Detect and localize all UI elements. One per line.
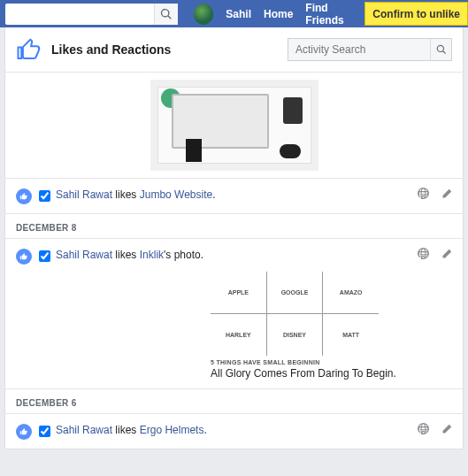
activity-search: [288, 38, 452, 61]
target-link[interactable]: Jumbo Website: [140, 188, 212, 201]
entry-text: Sahil Rawat likes Jumbo Website.: [56, 188, 216, 202]
like-icon: [16, 249, 32, 265]
nav-username[interactable]: Sahil: [226, 8, 251, 20]
search-input[interactable]: [5, 7, 154, 20]
nav-home[interactable]: Home: [264, 8, 293, 20]
entry-checkbox[interactable]: [39, 250, 50, 262]
activity-search-input[interactable]: [288, 43, 430, 56]
grid-label: APPLE: [211, 272, 266, 313]
grid-label: AMAZO: [323, 272, 379, 313]
grid-label: GOOGLE: [267, 272, 323, 313]
grid-label: MATT: [323, 314, 379, 356]
search-icon: [436, 44, 447, 55]
edit-icon[interactable]: [441, 188, 452, 202]
entry-checkbox[interactable]: [39, 190, 50, 202]
like-icon: [16, 424, 32, 440]
entry-text: Sahil Rawat likes Ergo Helmets.: [56, 423, 207, 437]
globe-icon[interactable]: [418, 188, 429, 202]
activity-search-button[interactable]: [430, 39, 451, 60]
top-nav-bar: Sahil Home Find Friends Confirm to unlik…: [0, 0, 468, 27]
confirm-unlike-button[interactable]: Confirm to unlike: [364, 2, 468, 26]
caption-main: All Glory Comes From Daring To Begin.: [211, 367, 396, 380]
user-link[interactable]: Sahil Rawat: [56, 424, 112, 436]
entry-checkbox[interactable]: [39, 426, 50, 437]
thumbs-up-icon: [16, 36, 42, 63]
like-icon: [16, 188, 32, 204]
entry-text: Sahil Rawat likes Inklik's photo.: [56, 248, 203, 262]
date-header: DECEMBER 8: [5, 213, 463, 238]
activity-entry: Sahil Rawat likes Inklik's photo. APPLE …: [5, 238, 463, 388]
post-thumbnail[interactable]: APPLE GOOGLE AMAZO HARLEY DISNEY MATT 5 …: [211, 272, 396, 380]
content-panel: Likes and Reactions Sahil Rawat likes Ju…: [4, 27, 464, 449]
nav-find-friends[interactable]: Find Friends: [305, 2, 364, 27]
section-header: Likes and Reactions: [5, 27, 463, 72]
search-button[interactable]: [154, 4, 178, 25]
preview-row: [5, 72, 463, 178]
avatar[interactable]: [194, 4, 213, 25]
activity-entry: Sahil Rawat likes Ergo Helmets.: [5, 413, 463, 449]
page-title: Likes and Reactions: [51, 42, 171, 57]
target-link[interactable]: Ergo Helmets: [140, 424, 204, 436]
global-search: [5, 4, 178, 25]
activity-entry: Sahil Rawat likes Jumbo Website.: [5, 178, 463, 213]
date-header: DECEMBER 6: [5, 388, 463, 413]
target-link[interactable]: Inklik: [140, 249, 164, 261]
globe-icon[interactable]: [418, 423, 429, 437]
edit-icon[interactable]: [441, 424, 452, 437]
caption-small: 5 THINGS HAVE SMALL BEGINNIN: [211, 359, 396, 365]
globe-icon[interactable]: [418, 248, 429, 262]
user-link[interactable]: Sahil Rawat: [56, 249, 112, 261]
grid-label: HARLEY: [211, 314, 266, 356]
grid-label: DISNEY: [267, 314, 323, 356]
post-thumbnail[interactable]: [150, 80, 318, 171]
search-icon: [160, 8, 173, 20]
edit-icon[interactable]: [441, 249, 452, 262]
user-link[interactable]: Sahil Rawat: [56, 188, 112, 201]
